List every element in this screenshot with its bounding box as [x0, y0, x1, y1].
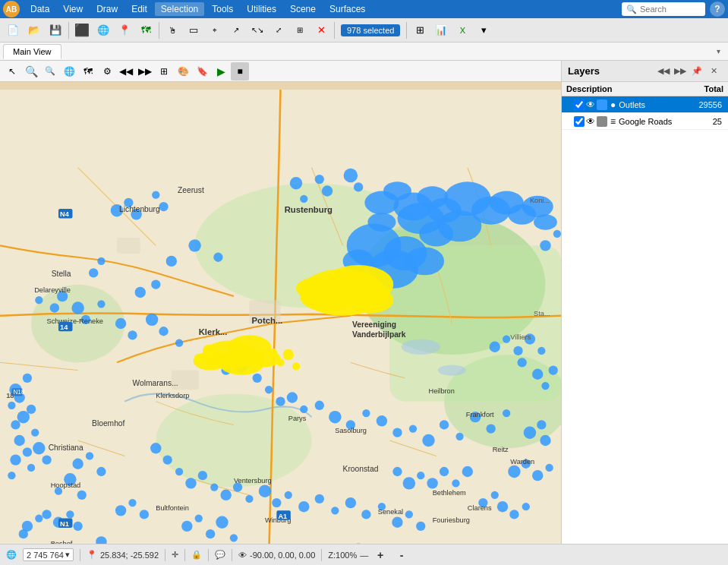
forward-btn[interactable]: ▶▶ — [136, 62, 154, 80]
zoom-out-btn[interactable]: 🔍 — [41, 62, 59, 80]
globe2-btn[interactable]: 🗺 — [79, 62, 97, 80]
svg-text:Schweize-Reneke: Schweize-Reneke — [47, 317, 103, 325]
menu-scene[interactable]: Scene — [284, 2, 322, 16]
grid-btn[interactable]: ⊞ — [155, 62, 173, 80]
lock-status: 🔒 — [191, 550, 202, 560]
menu-data[interactable]: Data — [24, 2, 55, 16]
svg-text:Clarens: Clarens — [468, 504, 492, 512]
tool2[interactable]: ▭ — [184, 21, 203, 40]
panel-pin-btn[interactable]: 📌 — [689, 63, 705, 80]
svg-point-190 — [115, 505, 126, 516]
svg-text:Lichtenburg: Lichtenburg — [119, 205, 160, 213]
search-box[interactable]: 🔍 — [622, 2, 705, 16]
location-button[interactable]: 📍 — [115, 21, 134, 40]
new-button[interactable]: 📄 — [3, 21, 23, 40]
settings-btn[interactable]: ⚙ — [98, 62, 116, 80]
layer-eye-outlets[interactable]: 👁 — [586, 99, 595, 110]
panel-forward-btn[interactable]: ▶▶ — [672, 63, 689, 80]
zoom-in-status-btn[interactable]: + — [371, 546, 389, 564]
location-status: 📍 25.834; -25.592 — [87, 550, 159, 560]
tab-arrow-down[interactable]: ▾ — [711, 45, 725, 58]
zoom-in-btn[interactable]: 🔍 — [22, 62, 40, 80]
svg-text:Heilbron: Heilbron — [429, 387, 455, 395]
tool3[interactable]: ⌖ — [205, 21, 225, 40]
svg-point-69 — [23, 447, 32, 456]
tool7[interactable]: ⊞ — [290, 21, 310, 40]
open-button[interactable]: 📂 — [24, 21, 44, 40]
svg-text:Kroonstad: Kroonstad — [343, 465, 379, 473]
svg-point-102 — [86, 452, 93, 459]
svg-point-54 — [71, 301, 84, 314]
svg-point-202 — [347, 287, 394, 314]
svg-text:Parys: Parys — [288, 415, 307, 422]
menu-edit[interactable]: Edit — [125, 2, 153, 16]
svg-point-165 — [392, 517, 402, 528]
svg-point-204 — [268, 349, 277, 358]
excel-btn[interactable]: X — [452, 21, 472, 40]
layers-title: Layers — [568, 65, 655, 77]
map-view-button[interactable]: 🗺 — [136, 21, 156, 40]
pin-btn[interactable]: ▶ — [212, 62, 230, 80]
svg-text:Ventersburg: Ventersburg — [234, 477, 272, 485]
layer-type-google-roads: ≡ — [610, 116, 616, 127]
svg-point-161 — [427, 478, 437, 488]
svg-point-207 — [292, 362, 300, 370]
panel-back-btn[interactable]: ◀◀ — [655, 63, 672, 80]
tool6[interactable]: ⤢ — [269, 21, 288, 40]
zoom-out-status-btn[interactable]: - — [392, 546, 411, 564]
svg-point-67 — [31, 429, 39, 437]
save-button[interactable]: 💾 — [46, 21, 65, 40]
display-btn[interactable]: 🎨 — [174, 62, 192, 80]
menu-draw[interactable]: Draw — [90, 2, 124, 16]
tab-bar: Main View ▾ — [0, 43, 728, 61]
chart-btn[interactable]: 📊 — [431, 21, 451, 40]
menu-tools[interactable]: Tools — [206, 2, 239, 16]
svg-point-150 — [549, 365, 558, 374]
table-btn[interactable]: ⊞ — [410, 21, 430, 40]
menu-view[interactable]: View — [57, 2, 89, 16]
svg-text:A1: A1 — [278, 513, 287, 520]
tool5[interactable]: ↖↘ — [247, 21, 267, 40]
dropdown-btn[interactable]: ▾ — [474, 21, 493, 40]
layer-row-outlets[interactable]: 👁 ● Outlets 29556 — [562, 96, 728, 113]
bookmark-btn[interactable]: 🔖 — [193, 62, 211, 80]
map-view[interactable]: Zeerust Lichtenburg Rustenburg Potch... … — [0, 82, 561, 544]
layer-row-google-roads[interactable]: 👁 ≡ Google Roads 25 — [562, 113, 728, 130]
svg-point-177 — [35, 514, 43, 522]
tool1[interactable]: 🖱 — [162, 21, 182, 40]
svg-point-65 — [17, 411, 30, 423]
svg-point-99 — [486, 424, 495, 433]
menu-utilities[interactable]: Utilities — [241, 2, 282, 16]
svg-text:Sasolburg: Sasolburg — [335, 427, 367, 434]
svg-point-59 — [35, 296, 43, 304]
svg-point-146 — [537, 347, 545, 355]
back-btn[interactable]: ◀◀ — [117, 62, 135, 80]
arrow-tool[interactable]: ↖ — [3, 62, 21, 80]
layer-button[interactable]: ⬛ — [72, 21, 92, 40]
coordinate-system-dropdown[interactable]: 2 745 764 ▾ — [23, 548, 74, 561]
tab-main-view[interactable]: Main View — [3, 44, 61, 59]
svg-point-48 — [188, 239, 200, 251]
save-icon: 💾 — [49, 24, 61, 36]
globe-view-btn[interactable]: 🌐 — [60, 62, 78, 80]
svg-point-89 — [329, 411, 341, 423]
clear-selection[interactable]: ✕ — [311, 21, 331, 40]
svg-point-157 — [545, 464, 553, 472]
svg-point-106 — [77, 491, 87, 500]
layer-checkbox-google-roads[interactable] — [574, 116, 585, 127]
globe-button[interactable]: 🌐 — [93, 21, 113, 40]
menu-surfaces[interactable]: Surfaces — [323, 2, 371, 16]
svg-text:Klerksdorp: Klerksdorp — [156, 392, 189, 399]
tool4[interactable]: ↗ — [226, 21, 246, 40]
menu-selection[interactable]: Selection — [155, 2, 204, 16]
svg-text:Vereeniging: Vereeniging — [352, 320, 396, 329]
message-status: 💬 — [215, 550, 225, 560]
svg-point-37 — [344, 169, 358, 182]
search-input[interactable] — [640, 5, 701, 14]
layer-eye-google-roads[interactable]: 👁 — [586, 116, 595, 127]
help-button[interactable]: ? — [710, 2, 725, 17]
svg-point-32 — [405, 247, 444, 275]
stop-btn[interactable]: ■ — [231, 62, 249, 80]
layer-checkbox-outlets[interactable] — [574, 99, 585, 110]
panel-close-btn[interactable]: ✕ — [705, 63, 722, 80]
